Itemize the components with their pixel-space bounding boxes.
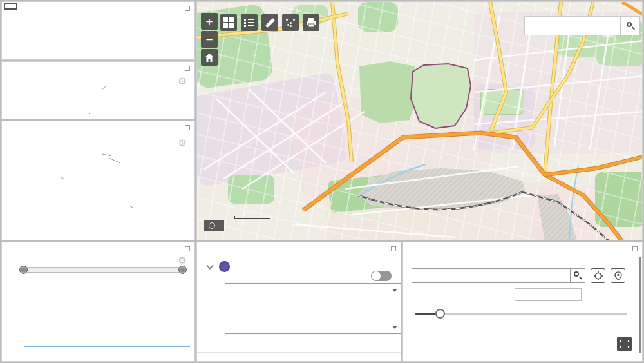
range-handle-left[interactable] <box>19 266 28 274</box>
drop-pin-button[interactable] <box>611 268 625 283</box>
ramps-widget: ⚙ <box>1 61 195 119</box>
counter-widget <box>1 1 195 60</box>
fullscreen-button[interactable] <box>617 337 632 351</box>
gear-icon[interactable]: ⚙ <box>178 255 187 265</box>
map-roads-layer <box>197 2 643 240</box>
district-select[interactable] <box>225 283 401 297</box>
map-search-input[interactable] <box>524 16 621 35</box>
share-button[interactable] <box>282 14 299 31</box>
measure-button[interactable] <box>261 14 278 31</box>
ramps-donut-chart[interactable] <box>2 62 195 119</box>
home-icon <box>205 54 214 62</box>
legend-button[interactable] <box>241 14 258 31</box>
print-icon <box>307 18 316 27</box>
radius-slider[interactable] <box>415 313 627 315</box>
map-park-bahrianoho <box>359 61 416 123</box>
divider <box>197 352 401 353</box>
crosshair-icon <box>594 271 603 280</box>
districts-donut-chart[interactable] <box>2 121 195 240</box>
fullscreen-icon <box>620 340 629 348</box>
layer-color-icon <box>219 261 230 272</box>
search-icon <box>627 22 635 30</box>
slider-handle[interactable] <box>435 309 445 319</box>
maximize-icon[interactable] <box>185 6 190 11</box>
chevron-down-icon[interactable] <box>206 262 213 269</box>
nearest-panel <box>402 242 643 362</box>
map-zoo-polygon <box>411 64 471 128</box>
scale-bar <box>234 216 270 219</box>
radius-value-input[interactable] <box>515 288 582 301</box>
maximize-icon[interactable] <box>632 246 638 251</box>
skip-to-map-link[interactable] <box>4 3 17 10</box>
maximize-icon[interactable] <box>185 246 190 251</box>
owner-select[interactable] <box>225 320 401 334</box>
grid-icon <box>223 17 234 28</box>
map-search-button[interactable] <box>621 16 640 35</box>
print-button[interactable] <box>303 14 319 31</box>
map-canvas[interactable]: + − <box>196 1 643 240</box>
districts-widget: ⚙ <box>1 121 195 240</box>
maximize-icon[interactable] <box>391 246 396 251</box>
plus-icon: + <box>205 15 213 28</box>
filter-panel <box>196 242 401 362</box>
dots-icon <box>285 18 296 27</box>
zoom-out-button[interactable]: − <box>201 31 218 48</box>
caret-down-icon <box>392 326 397 329</box>
panel-scrollbar[interactable] <box>639 257 641 353</box>
toggle-knob <box>372 271 381 280</box>
basemap-gallery-button[interactable] <box>220 14 237 31</box>
globe-icon <box>209 222 215 229</box>
home-button[interactable] <box>201 49 218 66</box>
pin-icon <box>614 271 622 280</box>
coordinates-readout <box>204 220 224 231</box>
category-range-slider[interactable] <box>20 267 186 273</box>
list-icon <box>244 17 254 28</box>
minus-icon: − <box>205 34 213 46</box>
bar-chart[interactable] <box>24 279 190 346</box>
bar-axis-line <box>24 346 190 347</box>
caret-down-icon <box>392 289 397 292</box>
map-attribution <box>605 237 612 238</box>
locate-me-button[interactable] <box>591 268 605 283</box>
nearest-search-input[interactable] <box>412 268 571 283</box>
nearest-search-button[interactable] <box>571 268 585 283</box>
range-handle-right[interactable] <box>178 266 187 274</box>
search-icon <box>574 271 582 280</box>
zoom-in-button[interactable]: + <box>201 13 218 30</box>
shelter-type-widget: ⚙ <box>1 242 195 362</box>
ruler-icon <box>265 17 275 28</box>
